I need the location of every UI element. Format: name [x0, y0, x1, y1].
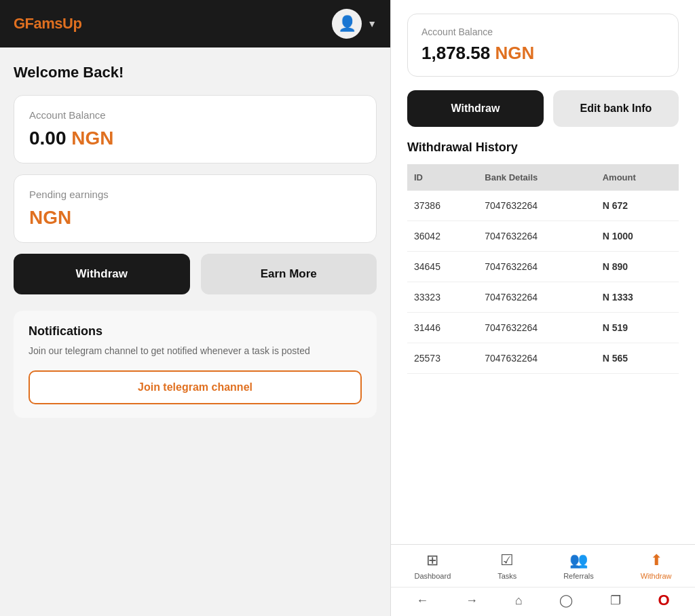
- earn-more-button[interactable]: Earn More: [201, 254, 377, 294]
- nav-icon-withdraw: ⬆: [650, 552, 662, 569]
- col-header-bank: Bank Details: [478, 164, 595, 191]
- nav-item-referrals[interactable]: 👥Referrals: [563, 552, 594, 580]
- nav-items: ⊞Dashboard☑Tasks👥Referrals⬆Withdraw: [391, 552, 695, 580]
- right-balance-currency: NGN: [495, 43, 534, 63]
- right-account-balance-card: Account Balance 1,878.58 NGN: [407, 14, 679, 77]
- header: GFamsUp 👤 ▼: [0, 0, 390, 47]
- nav-item-withdraw[interactable]: ⬆Withdraw: [641, 552, 672, 580]
- account-balance-card: Account Balance 0.00 NGN: [14, 95, 377, 163]
- table-row: 33323 7047632264 N 1333: [407, 282, 679, 313]
- cell-bank: 7047632264: [478, 221, 595, 252]
- right-action-buttons: Withdraw Edit bank Info: [407, 90, 679, 127]
- account-balance-amount: 0.00 NGN: [29, 128, 361, 149]
- table-row: 34645 7047632264 N 890: [407, 252, 679, 282]
- save-icon[interactable]: ❐: [610, 593, 621, 608]
- cell-amount: N 890: [596, 252, 679, 282]
- cell-bank: 7047632264: [478, 282, 595, 313]
- col-header-amount: Amount: [596, 164, 679, 191]
- cell-bank: 7047632264: [478, 313, 595, 343]
- action-buttons: Withdraw Earn More: [14, 254, 377, 294]
- logo: GFamsUp: [14, 15, 81, 33]
- balance-currency: NGN: [71, 128, 113, 149]
- cell-id: 31446: [407, 313, 478, 343]
- table-row: 25573 7047632264 N 565: [407, 343, 679, 374]
- table-row: 37386 7047632264 N 672: [407, 191, 679, 221]
- cell-id: 36042: [407, 221, 478, 252]
- pending-amount: NGN: [29, 207, 361, 229]
- welcome-text: Welcome Back!: [14, 64, 377, 81]
- cell-amount: N 1333: [596, 282, 679, 313]
- withdrawal-history-table: ID Bank Details Amount 37386 7047632264 …: [407, 164, 679, 374]
- notif-desc: Join our telegram channel to get notifie…: [29, 344, 362, 358]
- table-row: 31446 7047632264 N 519: [407, 313, 679, 343]
- left-content: Welcome Back! Account Balance 0.00 NGN P…: [0, 47, 390, 616]
- right-account-amount: 1,878.58 NGN: [421, 43, 664, 64]
- cell-amount: N 565: [596, 343, 679, 374]
- avatar[interactable]: 👤: [332, 9, 362, 39]
- telegram-button[interactable]: Join telegram channel: [29, 370, 362, 404]
- right-account-label: Account Balance: [421, 26, 664, 37]
- left-panel: GFamsUp 👤 ▼ Welcome Back! Account Balanc…: [0, 0, 390, 616]
- pending-earnings-card: Pending earnings NGN: [14, 174, 377, 243]
- header-right: 👤 ▼: [332, 9, 377, 39]
- back-button[interactable]: ←: [416, 594, 428, 608]
- chevron-down-icon[interactable]: ▼: [367, 18, 377, 29]
- globe-icon[interactable]: ◯: [559, 593, 573, 608]
- balance-value: 0.00: [29, 128, 67, 149]
- edit-bank-button[interactable]: Edit bank Info: [553, 90, 679, 127]
- table-header-row: ID Bank Details Amount: [407, 164, 679, 191]
- right-balance-value: 1,878.58: [421, 43, 490, 63]
- nav-icon-referrals: 👥: [569, 552, 588, 569]
- col-header-id: ID: [407, 164, 478, 191]
- cell-amount: N 672: [596, 191, 679, 221]
- forward-button[interactable]: →: [466, 594, 478, 608]
- cell-id: 37386: [407, 191, 478, 221]
- nav-item-dashboard[interactable]: ⊞Dashboard: [414, 552, 451, 580]
- nav-label-withdraw: Withdraw: [641, 572, 672, 580]
- account-balance-label: Account Balance: [29, 109, 361, 121]
- right-top: Account Balance 1,878.58 NGN Withdraw Ed…: [391, 0, 695, 140]
- notif-title: Notifications: [29, 324, 362, 339]
- cell-id: 25573: [407, 343, 478, 374]
- nav-icon-tasks: ☑: [500, 552, 514, 569]
- cell-id: 34645: [407, 252, 478, 282]
- cell-bank: 7047632264: [478, 252, 595, 282]
- home-button[interactable]: ⌂: [515, 594, 523, 608]
- cell-bank: 7047632264: [478, 343, 595, 374]
- nav-label-tasks: Tasks: [497, 572, 516, 580]
- browser-bar: ← → ⌂ ◯ ❐ O: [391, 587, 695, 613]
- withdrawal-history-table-container: ID Bank Details Amount 37386 7047632264 …: [391, 164, 695, 544]
- opera-icon[interactable]: O: [658, 592, 669, 609]
- cell-id: 33323: [407, 282, 478, 313]
- user-icon: 👤: [338, 15, 356, 33]
- right-withdraw-button[interactable]: Withdraw: [407, 90, 544, 127]
- cell-bank: 7047632264: [478, 191, 595, 221]
- nav-item-tasks[interactable]: ☑Tasks: [497, 552, 516, 580]
- notifications-section: Notifications Join our telegram channel …: [14, 311, 377, 418]
- cell-amount: N 519: [596, 313, 679, 343]
- table-row: 36042 7047632264 N 1000: [407, 221, 679, 252]
- pending-label: Pending earnings: [29, 189, 361, 200]
- withdrawal-history-title: Withdrawal History: [391, 140, 695, 155]
- bottom-nav: ⊞Dashboard☑Tasks👥Referrals⬆Withdraw ← → …: [391, 544, 695, 616]
- nav-label-referrals: Referrals: [563, 572, 594, 580]
- withdraw-button[interactable]: Withdraw: [14, 254, 190, 294]
- nav-label-dashboard: Dashboard: [414, 572, 451, 580]
- nav-icon-dashboard: ⊞: [426, 552, 438, 569]
- cell-amount: N 1000: [596, 221, 679, 252]
- right-panel: Account Balance 1,878.58 NGN Withdraw Ed…: [390, 0, 695, 616]
